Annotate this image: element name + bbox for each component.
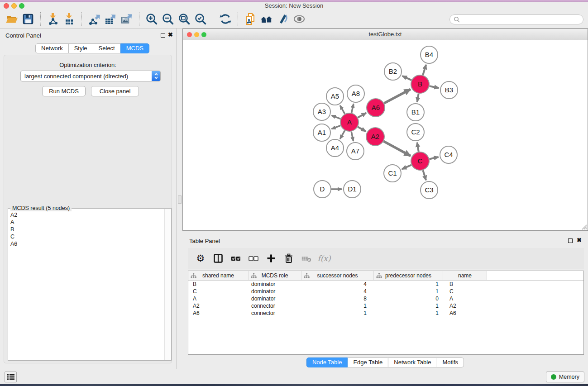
table-row[interactable]: Cdominator41C bbox=[188, 288, 583, 295]
open-session-button[interactable] bbox=[4, 11, 20, 27]
search-box[interactable] bbox=[449, 14, 583, 24]
select-all-columns-button[interactable] bbox=[230, 253, 241, 264]
graph-node-A8[interactable]: A8 bbox=[347, 85, 364, 102]
delete-column-button[interactable] bbox=[283, 253, 294, 264]
graph-node-A3[interactable]: A3 bbox=[313, 103, 330, 120]
maximize-window-button[interactable] bbox=[19, 3, 24, 9]
column-header-MCDS-role[interactable]: MCDS role bbox=[249, 271, 301, 280]
graph-node-D1[interactable]: D1 bbox=[344, 181, 361, 198]
graph-node-B4[interactable]: B4 bbox=[421, 46, 438, 63]
table-settings-button[interactable]: ⚙ bbox=[195, 253, 206, 264]
mcds-result-list[interactable]: A2ABCA6 bbox=[9, 210, 164, 360]
graph-node-C3[interactable]: C3 bbox=[421, 181, 438, 199]
graph-edge-B-B4[interactable] bbox=[423, 65, 426, 75]
search-input[interactable] bbox=[460, 16, 579, 23]
close-panel-icon[interactable]: ✖ bbox=[168, 32, 173, 38]
graph-edge-A-A7[interactable] bbox=[351, 132, 353, 141]
export-image-button[interactable] bbox=[119, 11, 135, 27]
graph-node-A6[interactable]: A6 bbox=[367, 99, 385, 117]
show-columns-button[interactable] bbox=[213, 253, 224, 264]
run-mcds-button[interactable]: Run MCDS bbox=[42, 86, 86, 96]
graph-edge-A-A4[interactable] bbox=[340, 130, 344, 139]
graph-node-B1[interactable]: B1 bbox=[407, 104, 424, 121]
graph-node-B[interactable]: B bbox=[411, 75, 429, 93]
graph-edge-C-C3[interactable] bbox=[423, 170, 426, 180]
graph-edge-C-C2[interactable] bbox=[417, 143, 419, 152]
graph-node-A[interactable]: A bbox=[340, 113, 359, 131]
import-network-button[interactable] bbox=[45, 11, 61, 27]
close-window-button[interactable] bbox=[4, 3, 9, 9]
memory-button[interactable]: Memory bbox=[546, 372, 584, 382]
graph-edge-A-A1[interactable] bbox=[332, 125, 341, 129]
function-builder-button[interactable]: f(x) bbox=[319, 253, 330, 264]
close-panel-icon[interactable]: ✖ bbox=[577, 237, 582, 243]
graph-edge-B-B3[interactable] bbox=[430, 86, 439, 88]
graph-node-D[interactable]: D bbox=[314, 181, 331, 198]
column-header-shared-name[interactable]: shared name bbox=[188, 271, 249, 280]
minimize-window-button[interactable] bbox=[11, 3, 17, 9]
graph-node-A5[interactable]: A5 bbox=[326, 88, 344, 105]
control-tab-network[interactable]: Network bbox=[35, 43, 69, 53]
float-panel-icon[interactable] bbox=[568, 238, 573, 243]
network-canvas[interactable]: AA1A2A3A4A5A6A7A8BB1B2B3B4CC1C2C3C4DD1 bbox=[183, 40, 588, 230]
column-header-name[interactable]: name bbox=[443, 271, 487, 280]
hide-annotations-button[interactable] bbox=[275, 11, 291, 27]
zoom-fit-button[interactable] bbox=[176, 11, 192, 27]
save-session-button[interactable] bbox=[20, 11, 36, 27]
delete-table-button[interactable] bbox=[301, 253, 312, 264]
column-header-predecessor-nodes[interactable]: predecessor nodes bbox=[374, 271, 443, 280]
show-graphics-details-button[interactable] bbox=[291, 11, 307, 27]
export-network-button[interactable] bbox=[86, 11, 102, 27]
graph-edge-A-A8[interactable] bbox=[352, 104, 354, 113]
mcds-result-item[interactable]: A6 bbox=[9, 240, 164, 248]
graph-edge-A-A5[interactable] bbox=[340, 105, 344, 114]
apply-layout-button[interactable] bbox=[217, 11, 234, 27]
graph-node-A1[interactable]: A1 bbox=[313, 124, 330, 141]
graph-edge-A-A2[interactable] bbox=[358, 127, 366, 131]
mcds-result-item[interactable]: A2 bbox=[9, 211, 164, 219]
graph-edge-A6-B[interactable] bbox=[384, 89, 411, 103]
close-panel-button[interactable]: Close panel bbox=[91, 86, 139, 96]
graph-node-B2[interactable]: B2 bbox=[384, 63, 402, 80]
mcds-result-item[interactable]: C bbox=[9, 233, 164, 240]
scrollbar[interactable] bbox=[164, 209, 171, 360]
graph-node-B3[interactable]: B3 bbox=[440, 81, 458, 99]
splitter-handle[interactable] bbox=[178, 195, 182, 204]
zoom-selected-button[interactable] bbox=[192, 11, 209, 27]
graph-node-A4[interactable]: A4 bbox=[326, 139, 344, 157]
network-window-titlebar[interactable]: testGlobe.txt bbox=[183, 29, 588, 40]
resize-grip-icon[interactable] bbox=[581, 224, 587, 230]
cybrowser-home-button[interactable] bbox=[258, 11, 275, 27]
control-tab-mcds[interactable]: MCDS bbox=[120, 43, 149, 53]
zoom-in-button[interactable] bbox=[143, 11, 160, 27]
mcds-result-item[interactable]: B bbox=[9, 226, 164, 233]
graph-node-C4[interactable]: C4 bbox=[440, 146, 457, 163]
table-row[interactable]: A6connector11A6 bbox=[188, 310, 583, 317]
column-header-successor-nodes[interactable]: successor nodes bbox=[301, 271, 374, 280]
close-network-button[interactable] bbox=[187, 32, 192, 37]
graph-node-A2[interactable]: A2 bbox=[366, 128, 384, 146]
clone-network-button[interactable] bbox=[242, 11, 258, 27]
table-tab-motifs[interactable]: Motifs bbox=[436, 357, 464, 367]
table-tab-network-table[interactable]: Network Table bbox=[388, 357, 437, 367]
export-table-button[interactable] bbox=[102, 11, 119, 27]
graph-edge-A-A6[interactable] bbox=[358, 113, 366, 118]
task-history-button[interactable] bbox=[5, 372, 17, 382]
create-column-button[interactable] bbox=[266, 253, 277, 264]
table-row[interactable]: Adominator80A bbox=[188, 295, 583, 302]
graph-edge-B-B2[interactable] bbox=[402, 76, 411, 80]
import-table-button[interactable] bbox=[61, 11, 77, 27]
table-row[interactable]: Bdominator41B bbox=[188, 281, 583, 288]
graph-node-A7[interactable]: A7 bbox=[347, 143, 364, 160]
graph-edge-C-C1[interactable] bbox=[402, 165, 411, 169]
graph-edge-A-A3[interactable] bbox=[332, 115, 341, 119]
graph-node-C[interactable]: C bbox=[411, 152, 429, 170]
minimize-network-button[interactable] bbox=[194, 32, 199, 37]
table-tab-edge-table[interactable]: Edge Table bbox=[347, 357, 388, 367]
float-panel-icon[interactable] bbox=[161, 33, 165, 38]
zoom-out-button[interactable] bbox=[160, 11, 176, 27]
graph-edge-C-C4[interactable] bbox=[429, 157, 438, 159]
control-tab-style[interactable]: Style bbox=[68, 43, 93, 53]
optimization-criterion-select[interactable]: largest connected component (directed) bbox=[20, 71, 161, 81]
table-row[interactable]: A2connector11A2 bbox=[188, 302, 583, 310]
